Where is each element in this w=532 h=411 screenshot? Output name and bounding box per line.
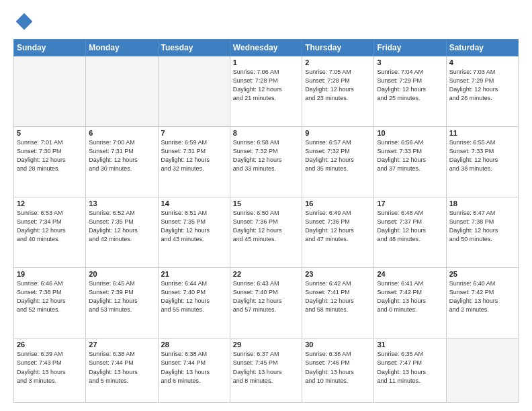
day-info: Sunrise: 6:52 AM Sunset: 7:35 PM Dayligh… [89,209,154,244]
calendar-cell: 24Sunrise: 6:41 AM Sunset: 7:42 PM Dayli… [374,268,446,338]
weekday-header-thursday: Thursday [302,40,374,56]
calendar-week-4: 26Sunrise: 6:39 AM Sunset: 7:43 PM Dayli… [14,338,519,403]
day-number: 6 [89,129,154,137]
calendar-cell [446,338,518,403]
calendar-cell: 28Sunrise: 6:38 AM Sunset: 7:44 PM Dayli… [158,338,230,403]
calendar-cell: 7Sunrise: 6:59 AM Sunset: 7:31 PM Daylig… [158,127,230,197]
day-info: Sunrise: 6:39 AM Sunset: 7:43 PM Dayligh… [17,350,83,385]
day-info: Sunrise: 6:43 AM Sunset: 7:40 PM Dayligh… [233,279,299,314]
day-number: 7 [161,129,227,137]
logo [13,11,38,32]
weekday-header-wednesday: Wednesday [230,40,302,56]
calendar-week-1: 5Sunrise: 7:01 AM Sunset: 7:30 PM Daylig… [14,127,519,197]
calendar-cell: 17Sunrise: 6:48 AM Sunset: 7:37 PM Dayli… [374,197,446,268]
calendar-cell: 11Sunrise: 6:55 AM Sunset: 7:33 PM Dayli… [446,127,518,197]
calendar-week-3: 19Sunrise: 6:46 AM Sunset: 7:38 PM Dayli… [14,268,519,338]
day-info: Sunrise: 7:04 AM Sunset: 7:29 PM Dayligh… [377,68,443,103]
calendar-cell [14,56,86,127]
calendar-cell: 30Sunrise: 6:36 AM Sunset: 7:46 PM Dayli… [302,338,374,403]
day-info: Sunrise: 6:59 AM Sunset: 7:31 PM Dayligh… [161,138,227,173]
day-number: 12 [17,199,83,208]
day-info: Sunrise: 6:56 AM Sunset: 7:33 PM Dayligh… [377,138,443,173]
day-info: Sunrise: 6:48 AM Sunset: 7:37 PM Dayligh… [377,209,443,244]
calendar-cell: 10Sunrise: 6:56 AM Sunset: 7:33 PM Dayli… [374,127,446,197]
calendar-cell: 25Sunrise: 6:40 AM Sunset: 7:42 PM Dayli… [446,268,518,338]
calendar-cell: 29Sunrise: 6:37 AM Sunset: 7:45 PM Dayli… [230,338,302,403]
calendar-cell: 4Sunrise: 7:03 AM Sunset: 7:29 PM Daylig… [446,56,518,127]
day-number: 29 [233,340,299,349]
day-info: Sunrise: 6:45 AM Sunset: 7:39 PM Dayligh… [89,279,154,314]
calendar-cell: 8Sunrise: 6:58 AM Sunset: 7:32 PM Daylig… [230,127,302,197]
calendar-cell: 26Sunrise: 6:39 AM Sunset: 7:43 PM Dayli… [14,338,86,403]
day-info: Sunrise: 6:41 AM Sunset: 7:42 PM Dayligh… [377,279,443,314]
calendar-cell: 27Sunrise: 6:38 AM Sunset: 7:44 PM Dayli… [86,338,158,403]
day-number: 19 [17,270,83,278]
weekday-header-saturday: Saturday [446,40,518,56]
day-info: Sunrise: 6:51 AM Sunset: 7:35 PM Dayligh… [161,209,227,244]
day-number: 30 [305,340,371,349]
calendar-cell: 1Sunrise: 7:06 AM Sunset: 7:28 PM Daylig… [230,56,302,127]
day-number: 11 [449,129,515,137]
page: SundayMondayTuesdayWednesdayThursdayFrid… [0,0,532,411]
day-info: Sunrise: 6:37 AM Sunset: 7:45 PM Dayligh… [233,350,299,385]
day-number: 28 [161,340,227,349]
day-info: Sunrise: 7:00 AM Sunset: 7:31 PM Dayligh… [89,138,154,173]
day-info: Sunrise: 6:36 AM Sunset: 7:46 PM Dayligh… [305,350,371,385]
calendar-body: 1Sunrise: 7:06 AM Sunset: 7:28 PM Daylig… [14,56,519,403]
calendar-cell: 5Sunrise: 7:01 AM Sunset: 7:30 PM Daylig… [14,127,86,197]
calendar-cell: 14Sunrise: 6:51 AM Sunset: 7:35 PM Dayli… [158,197,230,268]
svg-marker-0 [16,13,33,30]
day-number: 5 [17,129,83,137]
day-info: Sunrise: 6:58 AM Sunset: 7:32 PM Dayligh… [233,138,299,173]
day-number: 13 [89,199,154,208]
day-info: Sunrise: 6:55 AM Sunset: 7:33 PM Dayligh… [449,138,515,173]
calendar-cell: 6Sunrise: 7:00 AM Sunset: 7:31 PM Daylig… [86,127,158,197]
header [13,11,519,32]
day-info: Sunrise: 7:06 AM Sunset: 7:28 PM Dayligh… [233,68,299,103]
day-number: 21 [161,270,227,278]
day-info: Sunrise: 6:57 AM Sunset: 7:32 PM Dayligh… [305,138,371,173]
calendar-cell [158,56,230,127]
day-number: 8 [233,129,299,137]
calendar-cell: 12Sunrise: 6:53 AM Sunset: 7:34 PM Dayli… [14,197,86,268]
day-number: 18 [449,199,515,208]
day-number: 10 [377,129,443,137]
weekday-header-friday: Friday [374,40,446,56]
day-info: Sunrise: 6:35 AM Sunset: 7:47 PM Dayligh… [377,350,443,385]
day-info: Sunrise: 6:47 AM Sunset: 7:38 PM Dayligh… [449,209,515,244]
day-info: Sunrise: 6:38 AM Sunset: 7:44 PM Dayligh… [161,350,227,385]
day-number: 14 [161,199,227,208]
day-info: Sunrise: 7:05 AM Sunset: 7:28 PM Dayligh… [305,68,371,103]
weekday-header-tuesday: Tuesday [158,40,230,56]
day-info: Sunrise: 6:38 AM Sunset: 7:44 PM Dayligh… [89,350,154,385]
day-number: 2 [305,58,371,66]
day-number: 26 [17,340,83,349]
day-number: 1 [233,58,299,66]
day-number: 23 [305,270,371,278]
calendar-cell: 18Sunrise: 6:47 AM Sunset: 7:38 PM Dayli… [446,197,518,268]
day-number: 27 [89,340,154,349]
weekday-row: SundayMondayTuesdayWednesdayThursdayFrid… [14,40,519,56]
calendar-cell: 2Sunrise: 7:05 AM Sunset: 7:28 PM Daylig… [302,56,374,127]
calendar-cell: 31Sunrise: 6:35 AM Sunset: 7:47 PM Dayli… [374,338,446,403]
day-number: 20 [89,270,154,278]
calendar-cell: 21Sunrise: 6:44 AM Sunset: 7:40 PM Dayli… [158,268,230,338]
day-info: Sunrise: 6:50 AM Sunset: 7:36 PM Dayligh… [233,209,299,244]
logo-icon [13,11,35,32]
day-info: Sunrise: 7:03 AM Sunset: 7:29 PM Dayligh… [449,68,515,103]
day-info: Sunrise: 6:44 AM Sunset: 7:40 PM Dayligh… [161,279,227,314]
calendar-cell: 22Sunrise: 6:43 AM Sunset: 7:40 PM Dayli… [230,268,302,338]
calendar-cell: 16Sunrise: 6:49 AM Sunset: 7:36 PM Dayli… [302,197,374,268]
day-number: 31 [377,340,443,349]
calendar-week-2: 12Sunrise: 6:53 AM Sunset: 7:34 PM Dayli… [14,197,519,268]
weekday-header-monday: Monday [86,40,158,56]
calendar-cell: 19Sunrise: 6:46 AM Sunset: 7:38 PM Dayli… [14,268,86,338]
calendar-cell: 20Sunrise: 6:45 AM Sunset: 7:39 PM Dayli… [86,268,158,338]
calendar-cell [86,56,158,127]
day-number: 9 [305,129,371,137]
day-info: Sunrise: 7:01 AM Sunset: 7:30 PM Dayligh… [17,138,83,173]
day-info: Sunrise: 6:40 AM Sunset: 7:42 PM Dayligh… [449,279,515,314]
calendar-cell: 13Sunrise: 6:52 AM Sunset: 7:35 PM Dayli… [86,197,158,268]
calendar-cell: 3Sunrise: 7:04 AM Sunset: 7:29 PM Daylig… [374,56,446,127]
calendar-cell: 15Sunrise: 6:50 AM Sunset: 7:36 PM Dayli… [230,197,302,268]
